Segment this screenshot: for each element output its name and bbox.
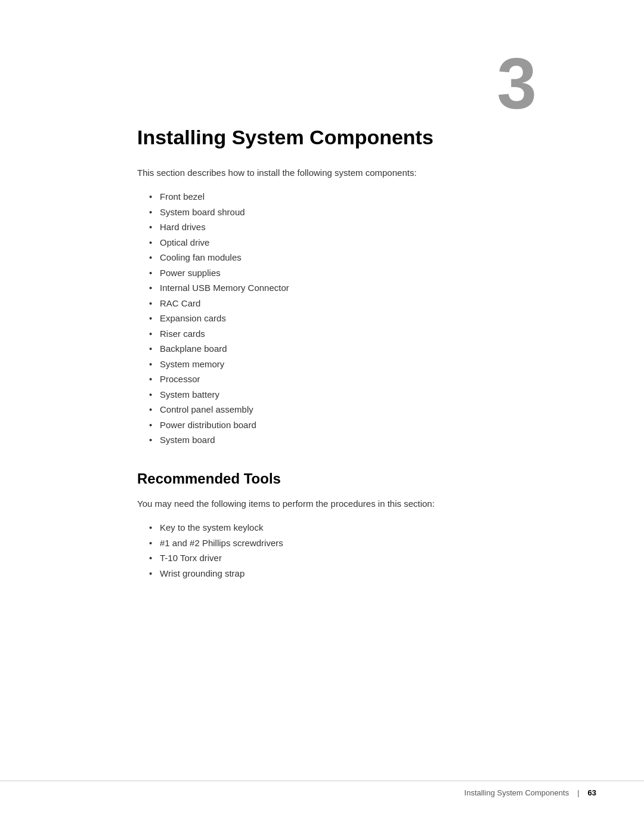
recommended-tools-title: Recommended Tools [137,469,525,488]
list-item: RAC Card [149,296,525,311]
list-item: Hard drives [149,219,525,235]
chapter-number: 3 [137,48,537,119]
page-container: 3 Installing System Components This sect… [0,0,644,833]
list-item: Key to the system keylock [149,520,525,535]
list-item: Power supplies [149,265,525,281]
list-item: Internal USB Memory Connector [149,280,525,296]
footer-separator: | [577,788,579,797]
list-item: Front bezel [149,189,525,205]
list-item: Processor [149,371,525,387]
list-item: Power distribution board [149,417,525,433]
footer-page-number: 63 [588,788,596,797]
tools-list: Key to the system keylock#1 and #2 Phill… [149,520,525,581]
list-item: System battery [149,387,525,402]
list-item: T-10 Torx driver [149,550,525,566]
list-item: Control panel assembly [149,402,525,417]
footer-section-label: Installing System Components [465,788,569,797]
list-item: #1 and #2 Phillips screwdrivers [149,535,525,551]
list-item: System board [149,432,525,448]
list-item: Expansion cards [149,311,525,326]
tools-intro-text: You may need the following items to perf… [137,497,525,511]
page-footer: Installing System Components | 63 [0,781,644,797]
list-item: Backplane board [149,341,525,357]
list-item: Wrist grounding strap [149,566,525,581]
list-item: System memory [149,357,525,372]
components-list: Front bezelSystem board shroudHard drive… [149,189,525,448]
intro-text: This section describes how to install th… [137,166,525,180]
chapter-title: Installing System Components [137,125,525,150]
footer-content: Installing System Components | 63 [465,788,596,797]
list-item: System board shroud [149,205,525,220]
list-item: Cooling fan modules [149,250,525,265]
list-item: Riser cards [149,326,525,342]
list-item: Optical drive [149,235,525,250]
